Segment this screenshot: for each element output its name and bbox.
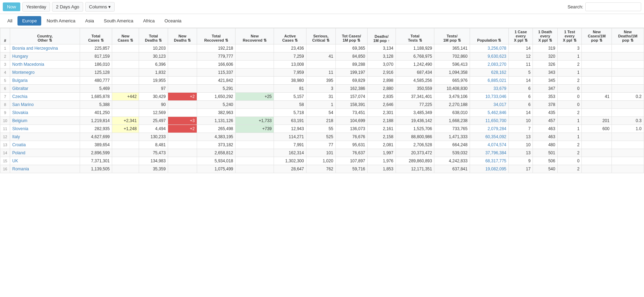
row-num: 8 [0, 101, 10, 109]
tab-south-america[interactable]: South America [99, 16, 138, 26]
top-bar: Now Yesterday 2 Days Ago Columns ▾ Searc… [0, 0, 644, 14]
col-num[interactable]: # [0, 28, 10, 44]
table-row: 8San Marino5,388905,240581158,3912,64677… [0, 101, 644, 109]
country-cell[interactable]: Hungary [10, 52, 80, 61]
country-cell[interactable]: Belgium [10, 117, 80, 125]
row-num: 16 [0, 165, 10, 173]
country-cell[interactable]: North Macedonia [10, 61, 80, 69]
tab-africa[interactable]: Africa [139, 16, 159, 26]
row-num: 3 [0, 61, 10, 69]
region-tabs: All Europe North America Asia South Amer… [0, 14, 644, 28]
table-row: 9Slovakia401,25012,569382,9635,7185473,4… [0, 109, 644, 117]
country-cell[interactable]: Slovakia [10, 109, 80, 117]
col-new-recovered[interactable]: NewRecovered ⇅ [236, 28, 274, 44]
col-tests-1m[interactable]: Tests/1M pop ⇅ [434, 28, 470, 44]
table-row: 7Czechia1,685,878+44230,429+21,650,292+2… [0, 93, 644, 101]
col-tot-cases-1m[interactable]: Tot Cases/1M pop ⇅ [335, 28, 367, 44]
table-row: 11Slovenia282,935+1,2484,494+2265,498+73… [0, 125, 644, 133]
search-label: Search: [567, 4, 583, 9]
col-active-cases[interactable]: ActiveCases ⇅ [274, 28, 306, 44]
row-num: 14 [0, 149, 10, 157]
row-num: 15 [0, 157, 10, 165]
col-1-case[interactable]: 1 CaseeveryX ppl ⇅ [508, 28, 533, 44]
table-header-row: # Country,Other ⇅ TotalCases ⇅ NewCases … [0, 28, 644, 44]
col-new-cases-1m[interactable]: NewCases/1Mpop ⇅ [582, 28, 612, 44]
yesterday-button[interactable]: Yesterday [22, 2, 50, 12]
data-table: # Country,Other ⇅ TotalCases ⇅ NewCases … [0, 28, 644, 173]
tab-europe[interactable]: Europe [17, 16, 41, 26]
country-cell[interactable]: Poland [10, 149, 80, 157]
country-cell[interactable]: Bulgaria [10, 77, 80, 85]
row-num: 10 [0, 117, 10, 125]
country-cell[interactable]: UK [10, 157, 80, 165]
col-population[interactable]: Population ⇅ [470, 28, 508, 44]
col-1-death[interactable]: 1 DeatheveryX ppl ⇅ [533, 28, 558, 44]
table-container: # Country,Other ⇅ TotalCases ⇅ NewCases … [0, 28, 644, 173]
col-new-deaths-1m[interactable]: NewDeaths/1Mpop ⇅ [612, 28, 644, 44]
table-row: 6Gibraltar5,469975,291813162,3862,880350… [0, 85, 644, 93]
row-num: 1 [0, 44, 10, 52]
table-row: 15UK7,371,301134,9835,934,0181,302,3001,… [0, 157, 644, 165]
country-cell[interactable]: Slovenia [10, 125, 80, 133]
col-new-deaths[interactable]: NewDeaths ⇅ [168, 28, 197, 44]
row-num: 4 [0, 69, 10, 77]
tab-north-america[interactable]: North America [42, 16, 80, 26]
col-1-test[interactable]: 1 TesteveryX ppl ⇅ [557, 28, 581, 44]
col-total-deaths[interactable]: TotalDeaths ⇅ [139, 28, 168, 44]
search-input[interactable] [585, 2, 641, 11]
col-serious-critical[interactable]: Serious,Critical ⇅ [306, 28, 335, 44]
row-num: 5 [0, 77, 10, 85]
col-total-cases[interactable]: TotalCases ⇅ [80, 28, 112, 44]
col-deaths-1m[interactable]: Deaths/1M pop ↑ [368, 28, 396, 44]
table-row: 2Hungary817,15930,123779,7777,2594184,85… [0, 52, 644, 61]
row-num: 9 [0, 109, 10, 117]
country-cell[interactable]: Montenegro [10, 69, 80, 77]
col-country[interactable]: Country,Other ⇅ [10, 28, 80, 44]
table-row: 12Italy4,627,699130,2334,383,195114,2715… [0, 133, 644, 141]
table-row: 16Romania1,139,50535,3591,075,49928,6477… [0, 165, 644, 173]
row-num: 2 [0, 52, 10, 61]
tab-all[interactable]: All [3, 16, 17, 26]
country-cell[interactable]: Czechia [10, 93, 80, 101]
table-row: 10Belgium1,219,814+2,34125,497+31,131,12… [0, 117, 644, 125]
country-cell[interactable]: Gibraltar [10, 85, 80, 93]
col-new-cases[interactable]: NewCases ⇅ [112, 28, 139, 44]
table-row: 4Montenegro125,1281,832115,3377,95911199… [0, 69, 644, 77]
table-row: 14Poland2,896,59975,4732,658,812162,3141… [0, 149, 644, 157]
country-cell[interactable]: Romania [10, 165, 80, 173]
col-total-recovered[interactable]: TotalRecovered ⇅ [197, 28, 236, 44]
now-button[interactable]: Now [3, 2, 20, 11]
col-total-tests[interactable]: TotalTests ⇅ [396, 28, 434, 44]
tab-asia[interactable]: Asia [81, 16, 99, 26]
country-cell[interactable]: Croatia [10, 141, 80, 149]
row-num: 7 [0, 93, 10, 101]
row-num: 11 [0, 125, 10, 133]
country-cell[interactable]: Italy [10, 133, 80, 141]
table-row: 3North Macedonia186,0106,396166,60613,00… [0, 61, 644, 69]
country-cell[interactable]: San Marino [10, 101, 80, 109]
row-num: 13 [0, 141, 10, 149]
row-num: 12 [0, 133, 10, 141]
table-row: 1Bosnia and Herzegovina225,85710,203192,… [0, 44, 644, 52]
columns-button[interactable]: Columns ▾ [85, 2, 115, 12]
table-row: 5Bulgaria480,77719,955421,84238,98039569… [0, 77, 644, 85]
row-num: 6 [0, 85, 10, 93]
tab-oceania[interactable]: Oceania [160, 16, 186, 26]
two-days-button[interactable]: 2 Days Ago [52, 2, 83, 12]
table-row: 13Croatia389,6548,481373,1827,9917795,63… [0, 141, 644, 149]
country-cell[interactable]: Bosnia and Herzegovina [10, 44, 80, 52]
